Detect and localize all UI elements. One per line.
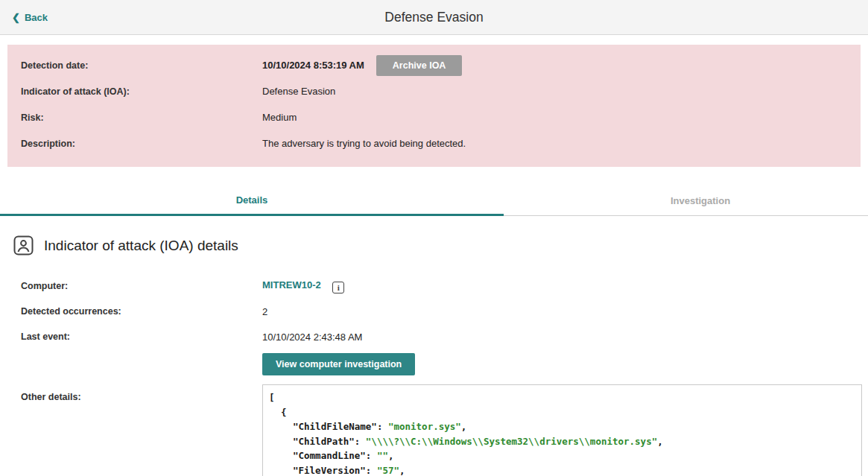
ioa-type-label: Indicator of attack (IOA):	[21, 86, 262, 97]
view-computer-investigation-button[interactable]: View computer investigation	[262, 353, 415, 375]
ioa-details-icon	[13, 235, 34, 256]
last-event-label: Last event:	[21, 331, 262, 342]
detection-date-value: 10/10/2024 8:53:19 AM	[262, 60, 364, 71]
description-row: Description: The adversary is trying to …	[21, 130, 847, 156]
back-chevron-icon: ❮	[12, 13, 20, 22]
top-bar: ❮ Back Defense Evasion	[0, 0, 868, 35]
tab-bar: Details Investigation	[0, 183, 868, 216]
risk-value: Medium	[262, 112, 297, 123]
code-line: "CommandLine": "",	[269, 448, 854, 463]
computer-label: Computer:	[21, 281, 262, 291]
ioa-type-value: Defense Evasion	[262, 86, 335, 97]
investigation-button-row: View computer investigation	[0, 353, 868, 375]
tab-details[interactable]: Details	[0, 183, 504, 216]
detection-date-row: Detection date: 10/10/2024 8:53:19 AM Ar…	[21, 52, 847, 78]
risk-label: Risk:	[21, 112, 262, 123]
archive-ioa-button[interactable]: Archive IOA	[376, 55, 463, 76]
last-event-row: Last event: 10/10/2024 2:43:48 AM	[0, 324, 868, 349]
other-details-label: Other details:	[21, 384, 262, 402]
code-line: "FileVersion": "57",	[269, 463, 854, 476]
detection-date-label: Detection date:	[21, 60, 262, 71]
code-line: "ChildPath": "\\\\?\\C:\\Windows\\System…	[269, 434, 854, 449]
ioa-type-row: Indicator of attack (IOA): Defense Evasi…	[21, 78, 847, 104]
other-details-row: Other details: [ { "ChildFileName": "mon…	[0, 384, 868, 476]
risk-row: Risk: Medium	[21, 104, 847, 130]
section-header: Indicator of attack (IOA) details	[0, 235, 868, 256]
occurrences-value: 2	[262, 306, 267, 317]
computer-link[interactable]: MITREW10-2	[262, 279, 321, 291]
back-label: Back	[25, 12, 48, 23]
last-event-value: 10/10/2024 2:43:48 AM	[262, 331, 362, 343]
page-title: Defense Evasion	[384, 10, 483, 25]
section-title: Indicator of attack (IOA) details	[44, 238, 238, 254]
computer-row: Computer: MITREW10-2 i	[0, 273, 868, 299]
other-details-json: [ { "ChildFileName": "monitor.sys", "Chi…	[262, 384, 862, 476]
description-label: Description:	[21, 139, 262, 149]
details-panel: Indicator of attack (IOA) details Comput…	[0, 216, 868, 476]
info-icon[interactable]: i	[332, 282, 344, 293]
code-line: "ChildFileName": "monitor.sys",	[269, 419, 854, 434]
back-button[interactable]: ❮ Back	[12, 0, 48, 34]
code-line: {	[269, 405, 854, 420]
tab-investigation[interactable]: Investigation	[589, 183, 812, 215]
description-value: The adversary is trying to avoid being d…	[262, 138, 466, 149]
code-line: [	[269, 390, 854, 405]
ioa-summary-panel: Detection date: 10/10/2024 8:53:19 AM Ar…	[7, 45, 861, 167]
occurrences-row: Detected occurrences: 2	[0, 299, 868, 324]
occurrences-label: Detected occurrences:	[21, 306, 262, 317]
